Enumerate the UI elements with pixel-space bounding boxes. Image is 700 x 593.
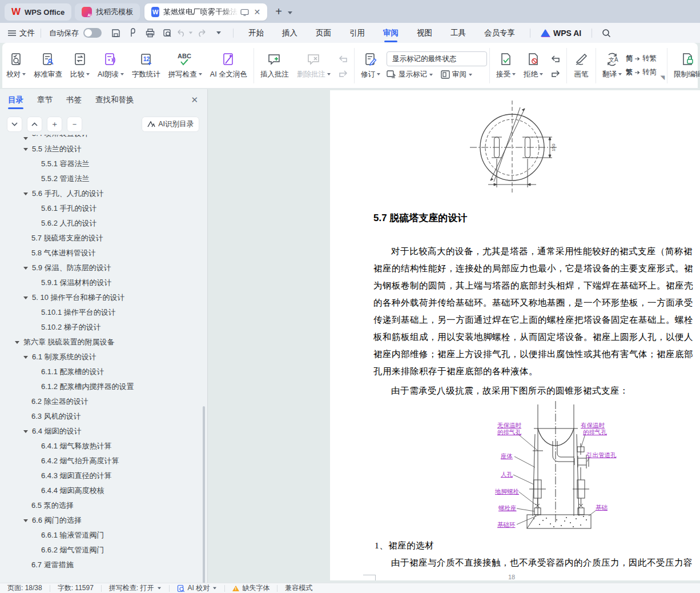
word-count-button[interactable]: 12 字数统计 xyxy=(128,47,164,85)
delete-comment-button[interactable]: 删除批注 xyxy=(293,47,335,85)
undo-icon[interactable] xyxy=(176,26,193,40)
menu-item-引用[interactable]: 引用 xyxy=(347,23,367,43)
menu-item-审阅[interactable]: 审阅 xyxy=(381,23,401,43)
status-word-count[interactable]: 字数: 11597 xyxy=(50,583,101,593)
toc-item[interactable]: 5.5.1 容器法兰 xyxy=(0,157,200,171)
caret-down-icon[interactable] xyxy=(23,193,28,195)
status-ai-proofread[interactable]: AI 校对 xyxy=(170,583,225,593)
window-mode-icon[interactable] xyxy=(240,9,249,16)
dialog-launcher-icon[interactable]: ◥ xyxy=(660,74,665,81)
toc-item[interactable]: 5.7 脱硫塔支座的设计 xyxy=(0,231,200,246)
sidebar-tab-章节[interactable]: 章节 xyxy=(37,89,53,111)
sidebar-tab-查找和替换[interactable]: 查找和替换 xyxy=(95,89,134,111)
print-icon[interactable] xyxy=(142,26,159,40)
ai-read-aloud-button[interactable]: AI朗读 xyxy=(94,47,128,85)
toc-item[interactable]: 6.5 泵的选择 xyxy=(0,498,200,513)
review-pane-button[interactable]: 审阅 xyxy=(441,70,472,79)
caret-down-icon[interactable] xyxy=(23,137,28,140)
menu-item-插入[interactable]: 插入 xyxy=(280,23,300,43)
caret-down-icon[interactable] xyxy=(23,519,28,522)
toc-item[interactable]: 6.6 阀门的选择 xyxy=(0,513,200,528)
toc-item[interactable]: 5.6.1 手孔的设计 xyxy=(0,201,200,216)
reject-change-button[interactable]: 拒绝 xyxy=(520,47,547,85)
status-missing-font[interactable]: 缺失字体 xyxy=(225,583,277,593)
toc-item[interactable]: 6.1 制浆系统的设计 xyxy=(0,350,200,364)
close-tab-icon[interactable]: ✕ xyxy=(254,7,260,17)
toc-item[interactable]: 5.6.2 人孔的设计 xyxy=(0,216,200,231)
menu-item-会员专享[interactable]: 会员专享 xyxy=(482,23,517,43)
caret-down-icon[interactable] xyxy=(23,148,28,151)
document-page[interactable]: 150 5.7 脱硫塔支座的设计 对于比较高大的设备，尤其是塔器，通常采用性能较… xyxy=(330,90,700,580)
expand-down-button[interactable] xyxy=(7,117,22,132)
caret-down-icon[interactable] xyxy=(23,430,28,433)
ai-recognize-toc-button[interactable]: AI识别目录 xyxy=(142,117,199,132)
standard-review-button[interactable]: 标准审查 xyxy=(30,47,66,85)
zoom-out-button[interactable]: － xyxy=(67,117,82,132)
toc-item[interactable]: 第六章 脱硫装置的附属设备 xyxy=(0,335,200,350)
ai-polish-button[interactable]: AI 全文润色 xyxy=(206,47,251,85)
tab-docer-template[interactable]: Ai 找稻壳模板 xyxy=(75,3,140,21)
toc-item[interactable]: 6.6.1 输液管道阀门 xyxy=(0,528,200,543)
menu-item-页面[interactable]: 页面 xyxy=(313,23,333,43)
toc-item[interactable]: 5.8 气体进料管设计 xyxy=(0,246,200,261)
zoom-in-button[interactable]: ＋ xyxy=(47,117,62,132)
previous-change-icon[interactable] xyxy=(549,53,562,63)
print-preview-icon[interactable] xyxy=(159,26,176,40)
collapse-up-button[interactable] xyxy=(27,117,42,132)
proofread-button[interactable]: 校对 xyxy=(2,47,30,85)
tab-document[interactable]: W 某燃煤电厂喷雾干燥法脱硫系 ✕ xyxy=(144,3,267,21)
sidebar-scrollbar[interactable] xyxy=(203,406,205,593)
toc-item[interactable]: 5.10.2 梯子的设计 xyxy=(0,320,200,335)
accept-change-button[interactable]: 接受 xyxy=(492,47,520,85)
translate-button[interactable]: 文A 翻译 xyxy=(598,47,626,85)
redo-icon[interactable] xyxy=(193,26,210,40)
toc-item[interactable]: 5. 10 操作平台和梯子的设计 xyxy=(0,290,200,305)
toc-item[interactable]: 6.6.2 烟气管道阀门 xyxy=(0,543,200,558)
search-icon[interactable] xyxy=(598,26,615,40)
menu-item-工具[interactable]: 工具 xyxy=(448,23,468,43)
toc-item[interactable]: 6.4.1 烟气释放热计算 xyxy=(0,439,200,454)
file-menu[interactable]: 文件 xyxy=(8,28,35,38)
caret-down-icon[interactable] xyxy=(23,356,28,359)
sidebar-close-icon[interactable]: ✕ xyxy=(191,95,198,105)
compare-button[interactable]: 比较 xyxy=(66,47,94,85)
toc-item[interactable]: 6.7 避雷措施 xyxy=(0,558,200,572)
simplified-to-traditional-button[interactable]: 简转繁 xyxy=(626,54,657,63)
ink-pen-button[interactable]: 画笔 xyxy=(569,47,593,85)
tab-wps-office[interactable]: W WPS Office xyxy=(5,3,71,21)
markup-state-select[interactable]: 显示标记的最终状态 xyxy=(387,51,487,66)
toc-item[interactable]: 5.9 保温、防冻层的设计 xyxy=(0,261,200,275)
toc-item[interactable]: 5.5.2 管道法兰 xyxy=(0,171,200,186)
caret-down-icon[interactable] xyxy=(15,341,19,344)
status-page-indicator[interactable]: 页面: 18/38 xyxy=(0,583,50,593)
toc-item[interactable]: 6.4.3 烟囱直径的计算 xyxy=(0,468,200,483)
sidebar-tab-书签[interactable]: 书签 xyxy=(66,89,82,111)
toc-item[interactable]: 6.4 烟囱的设计 xyxy=(0,424,200,439)
toc-item[interactable]: 6.1.2 配浆槽内搅拌器的设置 xyxy=(0,379,200,394)
status-compat-mode[interactable]: 兼容模式 xyxy=(277,583,320,593)
sidebar-tab-目录[interactable]: 目录 xyxy=(8,89,23,111)
quick-access-chevron-icon[interactable] xyxy=(210,26,227,40)
toc-item[interactable]: 6.4.4 烟囱高度校核 xyxy=(0,483,200,498)
tab-list-chevron-icon[interactable] xyxy=(288,6,292,17)
export-pdf-icon[interactable] xyxy=(124,26,142,40)
new-tab-button[interactable]: + xyxy=(275,5,282,18)
toc-item[interactable]: 5.6 手孔、人孔的设计 xyxy=(0,186,200,201)
toc-item[interactable]: 6.1.1 配浆槽的设计 xyxy=(0,364,200,379)
insert-comment-button[interactable]: 插入批注 xyxy=(256,47,293,85)
menu-item-视图[interactable]: 视图 xyxy=(415,23,435,43)
restrict-editing-button[interactable]: 限制编辑 xyxy=(670,47,700,85)
show-markup-button[interactable]: 显示标记 xyxy=(387,70,433,79)
track-changes-button[interactable]: 修订 xyxy=(357,47,384,85)
wps-ai-button[interactable]: WPS AI xyxy=(541,29,581,38)
toc-item[interactable]: 5.9.1 保温材料的设计 xyxy=(0,275,200,290)
toc-item[interactable]: 6.4.2 烟气抬升高度计算 xyxy=(0,454,200,468)
previous-comment-icon[interactable] xyxy=(337,53,349,63)
toc-item[interactable]: 5.4 喷淋装置设计 xyxy=(0,135,200,142)
status-spell-check[interactable]: 拼写检查: 打开 xyxy=(102,583,169,593)
caret-down-icon[interactable] xyxy=(23,267,28,270)
toc-item[interactable]: 6.3 风机的设计 xyxy=(0,409,200,424)
traditional-to-simplified-button[interactable]: 繁转简 xyxy=(626,67,657,77)
toc-item[interactable]: 5.10.1 操作平台的设计 xyxy=(0,305,200,320)
next-comment-icon[interactable] xyxy=(337,68,349,78)
